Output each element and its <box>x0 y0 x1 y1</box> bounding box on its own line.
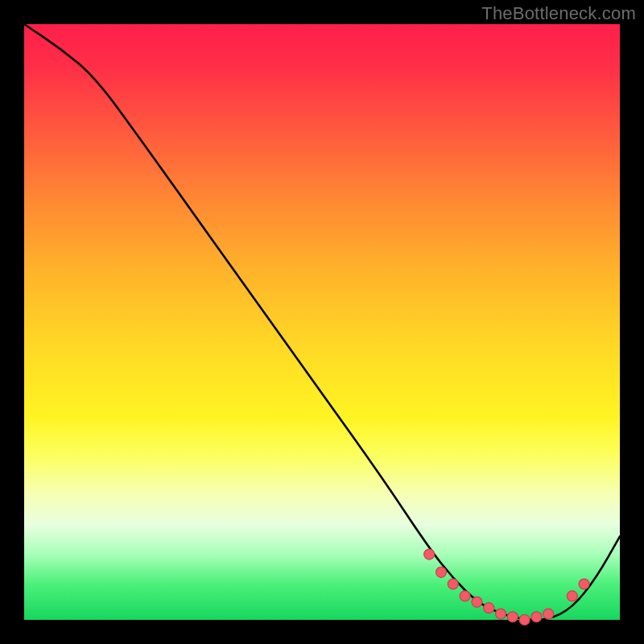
marker-dot <box>484 603 494 613</box>
marker-dot <box>567 591 577 601</box>
highlight-markers <box>424 549 589 625</box>
curve-svg <box>24 24 620 620</box>
marker-dot <box>460 591 470 601</box>
chart-frame: TheBottleneck.com <box>0 0 644 644</box>
marker-dot <box>543 609 554 619</box>
watermark-text: TheBottleneck.com <box>481 3 636 24</box>
marker-dot <box>519 615 530 625</box>
marker-dot <box>436 567 447 577</box>
marker-dot <box>579 579 589 589</box>
marker-dot <box>448 579 458 589</box>
marker-dot <box>531 612 542 622</box>
bottleneck-curve <box>24 24 620 620</box>
plot-area <box>24 24 620 620</box>
marker-dot <box>507 612 518 622</box>
marker-dot <box>472 597 482 607</box>
marker-dot <box>424 549 435 559</box>
marker-dot <box>496 609 506 619</box>
